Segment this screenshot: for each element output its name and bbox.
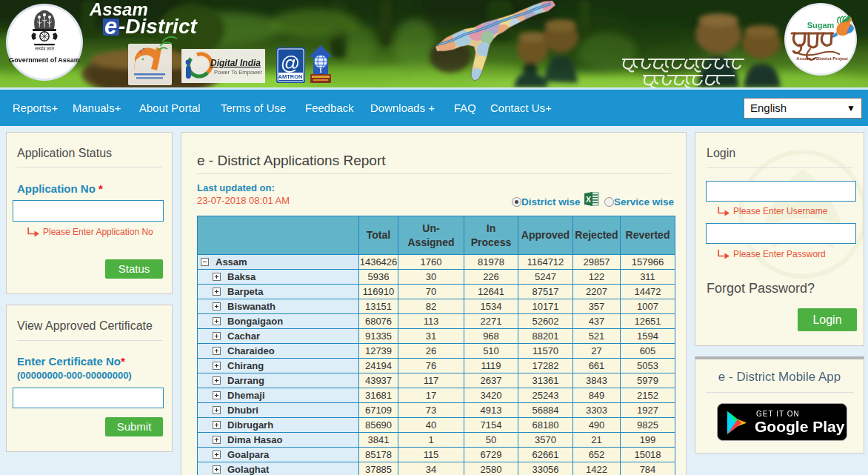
svg-text:Power To Empower: Power To Empower: [214, 69, 262, 76]
svg-text:-District: -District: [118, 15, 198, 38]
svg-text:Sugam: Sugam: [807, 21, 835, 30]
svg-text:सत्यमेव जयते: सत्यमेव जयते: [34, 46, 54, 51]
svg-text:e: e: [104, 13, 117, 39]
svg-text:@: @: [281, 52, 300, 74]
svg-text:Assam e-District Project: Assam e-District Project: [796, 56, 847, 61]
svg-text:Government of Assam: Government of Assam: [9, 56, 80, 64]
svg-text:X: X: [586, 195, 591, 204]
svg-text:I: I: [319, 67, 322, 74]
svg-text:AMTRON: AMTRON: [278, 73, 303, 80]
svg-text:Digital India: Digital India: [210, 58, 261, 68]
